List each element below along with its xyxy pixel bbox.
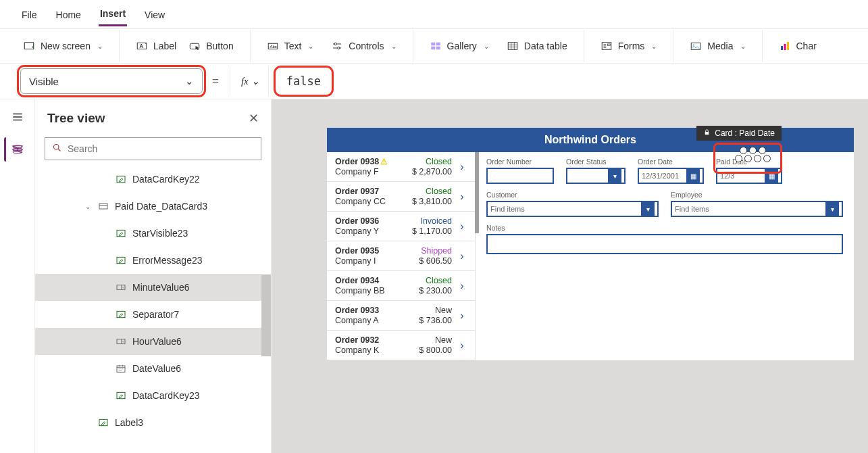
- order-row[interactable]: Order 0936InvoicedCompany Y$ 1,170.00›: [327, 212, 475, 241]
- pencil-icon: [115, 227, 127, 239]
- order-status: Shipped: [419, 246, 452, 256]
- order-row[interactable]: Order 0932NewCompany K$ 800.00›: [327, 331, 475, 360]
- field-label: Order Status: [566, 158, 626, 166]
- pencil-icon: [115, 173, 127, 185]
- order-status: Closed: [412, 157, 452, 166]
- gallery-dropdown[interactable]: Gallery ⌄: [426, 37, 493, 55]
- order-number-input[interactable]: [486, 168, 554, 184]
- svg-point-22: [54, 145, 59, 150]
- tree-node[interactable]: DateValue6: [35, 355, 271, 382]
- canvas[interactable]: Northwind Orders Order 0938⚠ClosedCompan…: [272, 99, 868, 453]
- svg-text:Abc: Abc: [270, 45, 276, 49]
- card-icon: [97, 200, 109, 212]
- media-icon: [690, 40, 702, 52]
- close-icon[interactable]: ✕: [249, 111, 259, 126]
- order-status: New: [419, 306, 452, 315]
- chevron-down-icon: ⌄: [97, 43, 103, 50]
- media-dropdown[interactable]: Media ⌄: [686, 37, 749, 55]
- svg-rect-7: [431, 43, 435, 46]
- controls-icon: [331, 40, 343, 52]
- order-status-dropdown[interactable]: ▾: [566, 168, 626, 184]
- button-button[interactable]: Button: [184, 37, 237, 55]
- order-status: Closed: [412, 187, 452, 196]
- tree-node[interactable]: DataCardKey23: [35, 382, 271, 409]
- order-amount: $ 1,170.00: [412, 226, 452, 236]
- charts-dropdown[interactable]: Char: [775, 37, 821, 55]
- svg-rect-16: [781, 46, 783, 50]
- menu-home[interactable]: Home: [55, 6, 82, 26]
- scrollbar-thumb[interactable]: [261, 275, 271, 356]
- forms-dropdown[interactable]: Forms ⌄: [596, 37, 661, 55]
- list-scrollbar[interactable]: [475, 152, 479, 233]
- tree-node[interactable]: ErrorMessage23: [35, 247, 271, 274]
- formula-input[interactable]: false: [277, 69, 330, 93]
- button-icon: [188, 40, 201, 52]
- menu-insert[interactable]: Insert: [99, 5, 127, 26]
- label-icon: [136, 40, 148, 52]
- order-number: Order 0938⚠: [335, 157, 408, 166]
- tree-list: DataCardKey22⌄Paid Date_DataCard3StarVis…: [35, 166, 271, 453]
- text-dropdown[interactable]: Abc Text ⌄: [263, 37, 318, 55]
- order-amount: $ 606.50: [419, 256, 452, 266]
- tree-node[interactable]: DataCardKey22: [35, 166, 271, 193]
- svg-rect-0: [24, 43, 34, 49]
- menu-file[interactable]: File: [20, 6, 39, 26]
- pencil-icon: [115, 308, 127, 320]
- search-input[interactable]: [45, 137, 261, 160]
- equals-sign: =: [212, 74, 219, 88]
- chevron-down-icon: ▾: [825, 202, 839, 216]
- employee-dropdown[interactable]: Find items▾: [671, 201, 843, 217]
- panel-title: Tree view: [47, 111, 105, 126]
- new-screen-button[interactable]: New screen ⌄: [19, 37, 107, 55]
- chevron-right-icon: ›: [456, 339, 468, 352]
- chevron-down-icon: ⌄: [651, 43, 657, 50]
- field-label: Employee: [671, 191, 843, 199]
- app-menu: File Home Insert View: [0, 0, 868, 28]
- order-row[interactable]: Order 0934ClosedCompany BB$ 230.00›: [327, 271, 475, 301]
- order-date-input[interactable]: 12/31/2001▦: [638, 168, 704, 184]
- tree-node[interactable]: ⌄Paid Date_DataCard3: [35, 193, 271, 220]
- order-row[interactable]: Order 0937ClosedCompany CC$ 3,810.00›: [327, 182, 475, 212]
- tree-node[interactable]: HourValue6: [35, 328, 271, 355]
- order-company: Company Y: [335, 226, 408, 236]
- menu-view[interactable]: View: [143, 6, 166, 26]
- label-button[interactable]: Label: [132, 37, 180, 55]
- order-company: Company K: [335, 345, 415, 355]
- tree-node[interactable]: Separator7: [35, 301, 271, 328]
- svg-rect-2: [190, 43, 199, 49]
- controls-dropdown[interactable]: Controls ⌄: [327, 37, 400, 55]
- fx-button[interactable]: fx ⌄: [241, 75, 260, 87]
- tree-node[interactable]: MinuteValue6: [35, 274, 271, 301]
- data-table-button[interactable]: Data table: [503, 37, 571, 55]
- tree-view-icon[interactable]: [4, 137, 28, 162]
- order-number: Order 0934: [335, 276, 415, 285]
- svg-rect-18: [787, 42, 789, 50]
- property-dropdown[interactable]: Visible ⌄: [20, 68, 203, 94]
- chevron-down-icon: ⌄: [484, 43, 489, 50]
- order-amount: $ 800.00: [419, 345, 452, 355]
- screen-icon: [23, 40, 35, 52]
- tree-node-label: Paid Date_DataCard3: [115, 201, 207, 212]
- customer-dropdown[interactable]: Find items▾: [486, 201, 659, 217]
- tree-node-label: DataCardKey22: [132, 174, 200, 185]
- tree-node[interactable]: Label3: [35, 409, 271, 436]
- svg-rect-17: [784, 44, 786, 50]
- chevron-down-icon: ⌄: [251, 75, 260, 87]
- order-number: Order 0935: [335, 246, 415, 256]
- svg-point-5: [334, 43, 336, 45]
- chevron-down-icon: ▾: [641, 202, 655, 216]
- order-row[interactable]: Order 0938⚠ClosedCompany F$ 2,870.00›: [327, 152, 475, 182]
- order-form: Order Number Order Status ▾ Order Date 1…: [476, 152, 854, 360]
- tree-node-label: DateValue6: [132, 363, 181, 374]
- order-row[interactable]: Order 0933NewCompany A$ 736.00›: [327, 301, 475, 331]
- tree-node[interactable]: StarVisible23: [35, 220, 271, 247]
- svg-rect-13: [607, 44, 610, 45]
- order-row[interactable]: Order 0935ShippedCompany I$ 606.50›: [327, 241, 475, 271]
- notes-input[interactable]: [486, 234, 843, 254]
- dropdown-icon: [115, 281, 127, 293]
- chevron-down-icon: ⌄: [391, 43, 397, 50]
- gallery-icon: [430, 40, 442, 52]
- pencil-icon: [115, 254, 127, 266]
- hamburger-icon[interactable]: [5, 105, 30, 129]
- tree-node-label: Separator7: [132, 309, 179, 320]
